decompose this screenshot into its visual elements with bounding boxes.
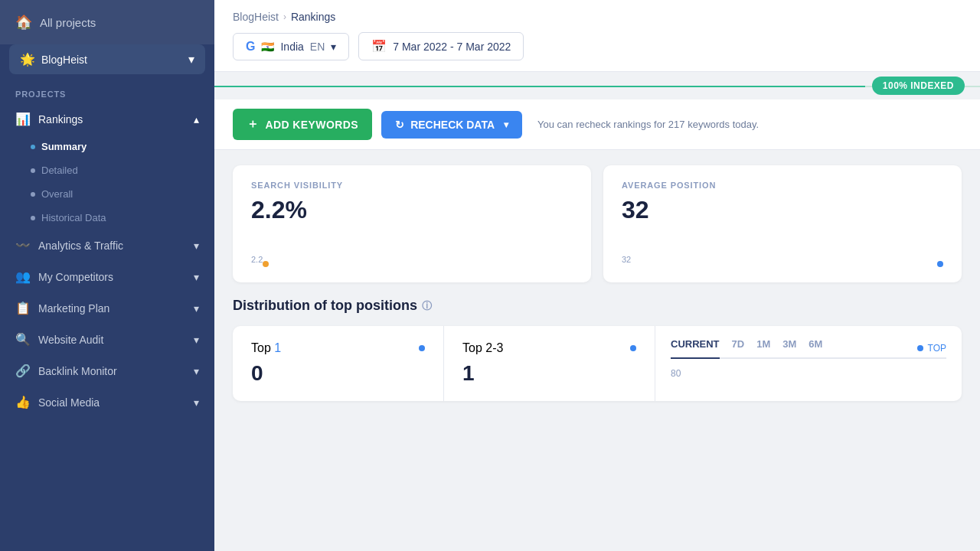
avg-chart-dot-right	[937, 261, 943, 267]
search-visibility-value: 2.2%	[251, 196, 573, 224]
avg-chart-point-right	[937, 261, 943, 267]
home-icon: 🏠	[15, 14, 32, 31]
distribution-tabs: CURRENT 7D 1M 3M 6M TOP	[671, 338, 946, 359]
recheck-data-label: RECHECK DATA	[410, 119, 495, 131]
analytics-label: Analytics & Traffic	[38, 240, 123, 252]
metrics-row: SEARCH VISIBILITY 2.2% 2.2 AVERAGE POSIT…	[233, 165, 962, 282]
marketing-chevron-icon: ▾	[194, 302, 199, 315]
sidebar-item-marketing[interactable]: 📋 Marketing Plan ▾	[0, 292, 214, 324]
info-icon[interactable]: ⓘ	[422, 299, 432, 313]
flag-icon: 🇮🇳	[261, 41, 274, 53]
subnav-summary[interactable]: Summary	[0, 135, 214, 158]
plus-icon: ＋	[247, 116, 259, 132]
chevron-down-icon: ▾	[188, 52, 194, 67]
subnav-historical[interactable]: Historical Data	[0, 206, 214, 230]
summary-label: Summary	[41, 141, 87, 152]
sidebar-item-competitors[interactable]: 👥 My Competitors ▾	[0, 261, 214, 292]
chevron-up-icon: ▴	[194, 113, 199, 126]
refresh-icon: ↻	[395, 119, 404, 131]
recheck-info: You can recheck rankings for 217 keyword…	[537, 119, 759, 130]
backlink-label: Backlink Monitor	[38, 365, 117, 377]
subnav-overall[interactable]: Overall	[0, 182, 214, 206]
topbar: BlogHeist › Rankings G 🇮🇳 India EN ▾ 📅 7…	[214, 0, 980, 72]
average-position-card: AVERAGE POSITION 32 32	[603, 165, 962, 282]
average-position-label: AVERAGE POSITION	[622, 181, 943, 190]
dist-seg-top1-value: 0	[251, 361, 425, 386]
dist-seg-top23-label: Top 2-3	[462, 341, 503, 355]
project-selector[interactable]: 🌟 BlogHeist ▾	[9, 44, 205, 74]
dist-seg-top1-label: Top 1	[251, 341, 281, 355]
dist-segment-top23: Top 2-3 1	[444, 326, 655, 401]
add-keywords-button[interactable]: ＋ ADD KEYWORDS	[233, 109, 372, 140]
detailed-dot	[31, 168, 35, 173]
chart-label-left: 2.2	[251, 255, 263, 264]
detailed-label: Detailed	[41, 165, 78, 176]
main-content: BlogHeist › Rankings G 🇮🇳 India EN ▾ 📅 7…	[214, 0, 980, 551]
search-engine-button[interactable]: G 🇮🇳 India EN ▾	[233, 33, 349, 60]
distribution-inner: Top 1 0 Top 2-3 1	[233, 326, 962, 401]
country-label: India	[280, 41, 303, 53]
tab-1m[interactable]: 1M	[756, 338, 770, 359]
historical-dot	[31, 216, 35, 220]
sidebar-item-rankings[interactable]: 📊 Rankings ▴	[0, 103, 214, 135]
tab-6m[interactable]: 6M	[808, 338, 822, 359]
chart-legend: TOP	[917, 343, 946, 354]
distribution-title-text: Distribution of top positions	[233, 298, 417, 314]
analytics-icon: 〰️	[15, 238, 31, 253]
overall-label: Overall	[41, 188, 73, 200]
overall-dot	[31, 192, 35, 197]
historical-label: Historical Data	[41, 212, 106, 223]
sidebar-item-audit[interactable]: 🔍 Website Audit ▾	[0, 324, 214, 355]
backlink-icon: 🔗	[15, 364, 31, 378]
sidebar: 🏠 All projects 🌟 BlogHeist ▾ PROJECTS 📊 …	[0, 0, 214, 551]
breadcrumb-current: Rankings	[291, 11, 335, 23]
rankings-label: Rankings	[38, 113, 83, 126]
avg-chart-point-left: 32	[622, 255, 631, 267]
calendar-icon: 📅	[371, 39, 387, 54]
breadcrumb-separator: ›	[283, 11, 286, 22]
indexed-line	[214, 86, 980, 87]
date-range-label: 7 Mar 2022 - 7 Mar 2022	[393, 41, 511, 53]
tab-7d[interactable]: 7D	[732, 338, 745, 359]
legend-label: TOP	[928, 343, 946, 354]
search-visibility-chart: 2.2	[251, 236, 573, 267]
chevron-down-icon: ▾	[331, 41, 336, 53]
tab-current[interactable]: CURRENT	[671, 338, 720, 359]
sidebar-item-analytics[interactable]: 〰️ Analytics & Traffic ▾	[0, 230, 214, 261]
date-range-button[interactable]: 📅 7 Mar 2022 - 7 Mar 2022	[358, 32, 524, 60]
project-name: BlogHeist	[41, 54, 87, 66]
breadcrumb: BlogHeist › Rankings	[233, 11, 962, 23]
search-visibility-card: SEARCH VISIBILITY 2.2% 2.2	[233, 165, 591, 282]
average-position-value: 32	[622, 196, 943, 224]
all-projects-label: All projects	[40, 16, 96, 29]
dist-seg-top23-dot	[630, 345, 636, 351]
audit-label: Website Audit	[38, 334, 103, 346]
sidebar-item-social[interactable]: 👍 Social Media ▾	[0, 386, 214, 418]
all-projects-link[interactable]: 🏠 All projects	[0, 0, 214, 44]
search-visibility-label: SEARCH VISIBILITY	[251, 181, 573, 190]
chart-dot-mid	[263, 261, 269, 267]
recheck-data-button[interactable]: ↻ RECHECK DATA ▾	[381, 111, 522, 139]
dist-seg-top23-header: Top 2-3	[462, 341, 636, 355]
subnav-detailed[interactable]: Detailed	[0, 158, 214, 182]
backlink-chevron-icon: ▾	[194, 365, 199, 377]
legend-dot-icon	[917, 345, 923, 351]
breadcrumb-parent[interactable]: BlogHeist	[233, 11, 279, 23]
content-area: SEARCH VISIBILITY 2.2% 2.2 AVERAGE POSIT…	[214, 150, 980, 551]
analytics-chevron-icon: ▾	[194, 240, 199, 252]
dist-seg-top23-value: 1	[462, 361, 636, 386]
competitors-label: My Competitors	[38, 271, 113, 283]
language-label: EN	[310, 41, 325, 53]
chart-y-axis: 80	[671, 368, 946, 379]
chart-point-mid	[263, 261, 269, 267]
add-keywords-label: ADD KEYWORDS	[265, 119, 358, 131]
sidebar-item-backlink[interactable]: 🔗 Backlink Monitor ▾	[0, 355, 214, 386]
competitors-icon: 👥	[15, 269, 31, 284]
competitors-chevron-icon: ▾	[194, 271, 199, 283]
marketing-icon: 📋	[15, 301, 31, 315]
tab-3m[interactable]: 3M	[782, 338, 796, 359]
dist-segment-top1: Top 1 0	[233, 326, 444, 401]
google-icon: G	[246, 40, 255, 54]
chart-point-left: 2.2	[251, 255, 263, 267]
projects-section-label: PROJECTS	[0, 80, 214, 103]
